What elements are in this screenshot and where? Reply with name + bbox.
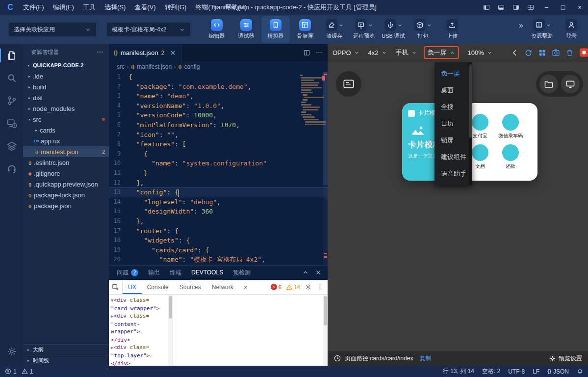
tree-item[interactable]: ▸node_modules	[23, 103, 109, 114]
code-line[interactable]: 16 },	[109, 216, 328, 226]
toolbar-button-editor[interactable]: 编辑器	[203, 16, 231, 43]
code-line[interactable]: 1{	[109, 72, 328, 82]
screen-button[interactable]	[561, 75, 580, 93]
screenshot-icon[interactable]	[552, 49, 560, 57]
open-folder-button[interactable]	[539, 75, 558, 93]
dom-tree-line[interactable]: ▼<div class=	[111, 296, 168, 305]
scene-option-锁屏[interactable]: 锁屏	[435, 132, 472, 149]
dom-pane-scrollbar[interactable]	[168, 295, 173, 366]
scene-option-桌面[interactable]: 桌面	[435, 82, 472, 99]
panel-tab-预检测[interactable]: 预检测	[233, 266, 251, 279]
code-line[interactable]: 6 "minPlatformVersion": 1070,	[109, 120, 328, 130]
scrollbar-thumb[interactable]	[469, 64, 472, 138]
project-root-row[interactable]: ▾ QUICKAPP-CODE-2	[23, 60, 109, 71]
toggle-panel-icon[interactable]	[494, 0, 509, 15]
code-line[interactable]: 15 "designWidth": 360	[109, 207, 328, 216]
editor-scrollbar[interactable]	[323, 72, 328, 265]
devtools-menu-icon[interactable]	[316, 283, 324, 291]
breadcrumb-item[interactable]: manifest.json	[137, 63, 172, 70]
code-editor[interactable]: 1{2 "package": "com.example.demo",3 "nam…	[109, 72, 328, 265]
code-line[interactable]: 5 "versionCode": 10000,	[109, 110, 328, 120]
linked-quickapp-select[interactable]: 选择关联快应用	[9, 23, 96, 36]
eol[interactable]: LF	[533, 368, 539, 375]
toggle-sidebar-icon[interactable]	[479, 0, 494, 15]
tree-item[interactable]: ▸build	[23, 81, 109, 92]
code-line[interactable]: 18 "widgets": {	[109, 236, 328, 245]
back-icon[interactable]	[511, 49, 519, 57]
devtools-tab-»[interactable]: »	[239, 280, 253, 294]
breadcrumb-item[interactable]: src	[117, 63, 125, 70]
scrollbar-thumb[interactable]	[169, 296, 172, 319]
toolbar-button-login[interactable]: 登录	[557, 16, 586, 43]
chevron-down-icon[interactable]	[368, 23, 373, 28]
activity-gear[interactable]	[0, 340, 23, 363]
quick-app-支付宝[interactable]: 支付宝	[472, 114, 488, 139]
maximize-button[interactable]: □	[555, 0, 571, 15]
toolbar-button-upload[interactable]: 上传	[438, 16, 466, 43]
template-select[interactable]: 模板卡-宫格布局-4x2	[107, 23, 190, 36]
tab-manifest-json[interactable]: {} manifest.json 2	[109, 44, 182, 61]
chevron-down-icon[interactable]	[546, 23, 551, 28]
tree-item[interactable]: ▸cards	[23, 125, 109, 135]
code-line[interactable]: 13 "config": {	[109, 188, 328, 197]
code-line[interactable]: 7 "icon": "",	[109, 130, 328, 140]
dom-tree-line[interactable]: "content-	[111, 321, 168, 328]
menubar-item[interactable]: 选择(S)	[100, 0, 130, 15]
section-时间线[interactable]: ▸时间线	[23, 355, 109, 366]
quick-app-还款[interactable]: 还款	[502, 144, 519, 170]
toolbar-button-resource-help[interactable]: 资源帮助	[528, 16, 556, 43]
chevron-down-icon[interactable]	[427, 23, 432, 28]
activity-headset[interactable]	[0, 157, 23, 180]
scene-option-日历[interactable]: 日历	[435, 115, 472, 132]
devtools-tab-Sources[interactable]: Sources	[174, 280, 206, 294]
code-line[interactable]: 19 "cards/card": {	[109, 245, 328, 255]
devtools-error-count[interactable]: × 6	[271, 284, 281, 290]
tree-item[interactable]: {}package.json	[23, 200, 109, 211]
quick-app-文档[interactable]: 文档	[472, 144, 488, 170]
close-button[interactable]: ×	[571, 0, 588, 15]
tree-item[interactable]: {}.eslintrc.json	[23, 157, 109, 168]
chevron-down-icon[interactable]	[338, 23, 344, 28]
devtools-tab-UX[interactable]: UX	[123, 280, 142, 294]
toolbar-button-usb-debug[interactable]: USB 调试	[379, 16, 408, 43]
chevron-down-icon[interactable]	[397, 23, 403, 28]
section-大纲[interactable]: ▸大纲	[23, 344, 109, 355]
activity-remote-clock[interactable]	[0, 112, 23, 135]
copy-path-button[interactable]: 复制	[419, 354, 431, 363]
close-panel-icon[interactable]	[315, 269, 322, 276]
maximize-panel-icon[interactable]	[302, 269, 309, 276]
dom-tree-line[interactable]: "card-wrapper">	[111, 305, 168, 313]
dom-tree-line[interactable]: </div>	[111, 336, 168, 344]
dom-tree-line[interactable]: wrapper">…	[111, 328, 168, 336]
devtools-warning-count[interactable]: 14	[286, 284, 300, 291]
toolbar-overflow-button[interactable]: »	[519, 16, 523, 30]
menubar-item[interactable]: 文件(F)	[19, 0, 49, 15]
panel-tab-DEVTOOLS[interactable]: DEVTOOLS	[191, 266, 223, 279]
dom-tree-line[interactable]: ▶<div class=	[111, 344, 168, 352]
preview-settings-button[interactable]: 预览设置	[549, 354, 582, 363]
code-line[interactable]: 20 "name": "模板卡-宫格布局-4x2",	[109, 255, 328, 265]
activity-search[interactable]	[0, 67, 23, 89]
problems-summary[interactable]: 1 1	[5, 368, 33, 375]
language-mode[interactable]: {} JSON	[547, 368, 569, 375]
code-line[interactable]: 12 ],	[109, 178, 328, 188]
clear-icon[interactable]	[565, 49, 574, 57]
dom-tree-line[interactable]: ▶<div class=	[111, 312, 168, 321]
dropdown-scrollbar[interactable]	[469, 62, 472, 185]
dom-tree-pane[interactable]: ▼<div class="card-wrapper">▶<div class="…	[109, 295, 168, 366]
activity-source-control[interactable]	[0, 89, 23, 112]
zoom-select[interactable]: 100%	[468, 49, 492, 56]
menubar-item[interactable]: 编辑(E)	[49, 0, 78, 15]
dom-tree-line[interactable]: "top-layer">…	[111, 352, 168, 360]
more-actions-icon[interactable]	[315, 49, 323, 56]
customize-layout-icon[interactable]	[523, 0, 538, 15]
scrollbar-thumb[interactable]	[323, 72, 328, 185]
breadcrumb-item[interactable]: config	[184, 63, 200, 70]
scene-option-建议组件[interactable]: 建议组件	[435, 149, 472, 165]
activity-layers[interactable]	[0, 135, 23, 157]
tree-item[interactable]: {}.quickapp.preview.json	[23, 179, 109, 189]
tree-item[interactable]: ◆.gitignore	[23, 168, 109, 179]
device-select[interactable]: OPPO	[332, 49, 359, 56]
toolbar-button-skeleton[interactable]: 骨架屏	[291, 16, 319, 43]
scene-option-负一屏[interactable]: 负一屏	[435, 65, 472, 82]
